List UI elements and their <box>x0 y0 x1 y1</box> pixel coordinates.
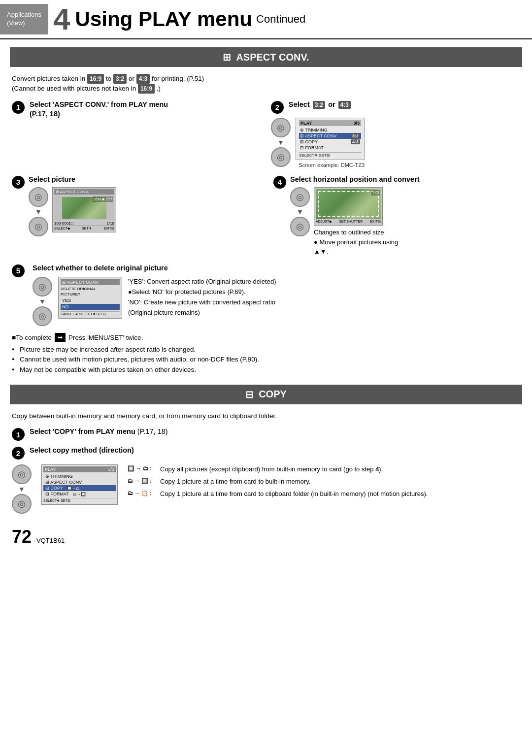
ctrl-arrow-5: ▼ <box>39 297 46 305</box>
step5-screen: ⊞ ASPECT CONV. DELETE ORIGINAL PICTURE? … <box>58 277 122 319</box>
step4-notes: Changes to outlined size ● Move portrait… <box>314 228 398 257</box>
step2-visual: ◎ ▼ ◎ PLAY3/3 ⊗ TRIMMING ⊞ ASPECT CONV.3… <box>271 118 520 168</box>
copy-desc-2: Copy 1 picture at a time from card to bu… <box>160 477 310 487</box>
menu-item-copy: ⊞ COPY4:3 <box>299 139 361 145</box>
bullet-dot: ● <box>314 238 318 246</box>
intro-line2: (Cannot be used with pictures not taken … <box>12 85 136 92</box>
step3-photo: 35M ■ 777 <box>54 196 114 220</box>
ctrl-arrow-4: ▼ <box>297 208 303 216</box>
ctrl-dial-4a: ◎ <box>290 187 310 207</box>
step-2: 2 Select 3:2 or 4:3 <box>271 100 520 114</box>
controller-step4: ◎ ▼ ◎ <box>290 187 310 236</box>
copy-step-2: 2 Select copy method (direction) <box>12 446 520 460</box>
badge-169: 16:9 <box>87 74 104 84</box>
step-4-text: Select horizontal position and convert <box>290 175 420 185</box>
to-complete-arrow: ➡ <box>55 333 66 342</box>
step2-badge-43: 4:3 <box>338 101 351 109</box>
step-1-subtext: (P.17, 18) <box>30 109 168 119</box>
steps-3-4-row: 3 Select picture ◎ ▼ ◎ ⊞ ASPECT CONV. <box>12 175 520 257</box>
step-5-number: 5 <box>12 264 25 277</box>
controller-step3: ◎ ▼ ◎ <box>29 187 48 236</box>
copy-ctrl-arrow: ▼ <box>18 485 25 493</box>
step2-badge-32: 3:2 <box>313 101 325 109</box>
copy-screen-footer: SELECT❖ SET⊟ <box>43 498 116 503</box>
copy-section-title: COPY <box>259 389 287 400</box>
badge-32: 3:2 <box>113 74 127 84</box>
step4-screen: 777 ADJUST◆SET:SHUTTEREXIT⊟ <box>314 187 383 226</box>
menu-footer: SELECT❖ SET⊟ <box>299 152 361 158</box>
no-protected-text: ●Select 'NO' for protected pictures (P.6… <box>128 287 276 297</box>
step-5-content: Select whether to delete original pictur… <box>33 263 520 327</box>
step-2-area: 2 Select 3:2 or 4:3 ◎ ▼ ◎ <box>271 100 520 168</box>
controller-step5: ◎ ▼ ◎ <box>33 277 52 326</box>
main-content: Convert pictures taken in 16:9 to 3:2 or… <box>0 74 532 375</box>
copy-step2-visual: ◎ ▼ ◎ PLAY3/3 ⊗ TRIMMING ⊞ ASPECT CONV. … <box>12 464 520 514</box>
page-header: Applications (View) 4 Using PLAY menu Co… <box>0 0 532 39</box>
step3-visual: ◎ ▼ ◎ ⊞ ASPECT CONV. 35M ■ 777 <box>29 187 116 236</box>
copy-screen: PLAY3/3 ⊗ TRIMMING ⊞ ASPECT CONV. ⊟ COPY… <box>41 464 118 505</box>
copy-ctrl-top: ◎ <box>12 464 32 484</box>
copy-step-2-number: 2 <box>12 447 25 460</box>
step3-screen-footer: SELECT◆SET▼EXIT⊟ <box>54 226 114 230</box>
ctrl-dial-5b: ◎ <box>33 306 52 326</box>
step-3-content: Select picture ◎ ▼ ◎ ⊞ ASPECT CONV. <box>29 175 116 237</box>
step3-screen-header: ⊞ ASPECT CONV. <box>54 189 114 195</box>
step-4-number: 4 <box>273 176 286 189</box>
bullet-2: Cannot be used with motion pictures, pic… <box>12 355 520 364</box>
to-complete-label: ■To complete <box>12 334 52 341</box>
copy-desc-1: Copy all pictures (except clipboard) fro… <box>160 464 383 475</box>
step5-visual: ◎ ▼ ◎ ⊞ ASPECT CONV. DELETE ORIGINAL PIC… <box>33 277 520 326</box>
applications-label: Applications <box>7 11 41 19</box>
option-no: NO <box>61 304 120 310</box>
step-2-text: Select 3:2 or 4:3 <box>289 100 352 110</box>
step-5-text: Select whether to delete original pictur… <box>33 263 520 273</box>
copy-step-1-number: 1 <box>12 428 25 441</box>
step4-visual: ◎ ▼ ◎ 777 <box>290 187 420 257</box>
to-complete-text: Press 'MENU/SET' twice. <box>68 334 143 341</box>
picture-label: PICTURE? <box>61 292 120 296</box>
step4-screen-footer: ADJUST◆SET:SHUTTEREXIT⊟ <box>316 219 381 224</box>
delete-label: DELETE ORIGINAL <box>61 287 120 291</box>
page-footer: 72 VQT1B61 <box>0 519 532 551</box>
ctrl-dial-3a: ◎ <box>29 187 48 207</box>
step-1: 1 Select 'ASPECT CONV.' from PLAY menu (… <box>12 100 261 168</box>
step2-screen-area: PLAY3/3 ⊗ TRIMMING ⊞ ASPECT CONV.3:2 ⊞ C… <box>296 118 365 168</box>
step2-screen: PLAY3/3 ⊗ TRIMMING ⊞ ASPECT CONV.3:2 ⊞ C… <box>296 118 365 160</box>
intro-or: or <box>129 75 134 82</box>
copy-item-format: ⊟ FORMAT🗂→🔲 <box>43 491 116 497</box>
step-3-number: 3 <box>12 176 25 189</box>
menu-item-trimming: ⊗ TRIMMING <box>299 127 361 133</box>
chapter-title: Using PLAY menu Continued <box>75 4 306 34</box>
copy-screen-header: PLAY3/3 <box>43 466 116 472</box>
step-5-row: 5 Select whether to delete original pict… <box>12 263 520 327</box>
aspect-conv-header: ⊞ ASPECT CONV. <box>10 47 522 67</box>
ctrl-dial-5a: ◎ <box>33 277 52 296</box>
copy-desc-3: Copy 1 picture at a time from card to cl… <box>160 489 428 499</box>
copy-option-1: 🔲 → 🗂 : Copy all pictures (except clipbo… <box>128 464 428 475</box>
copy-step-1: 1 Select 'COPY' from PLAY menu (P.17, 18… <box>12 427 520 441</box>
intro-to: to <box>106 75 111 82</box>
copy-ctrl-bottom: ◎ <box>12 494 32 514</box>
ctrl-dial-top: ◎ <box>271 118 291 137</box>
step4-photo: 777 <box>316 189 381 219</box>
copy-item-copy: ⊟ COPY🔲→🗂 <box>43 485 116 491</box>
no-option-sub: (Original picture remains) <box>128 308 276 318</box>
badge-43: 4:3 <box>136 74 150 84</box>
crop-outline <box>318 191 379 217</box>
photo-badge: 35M ■ 777 <box>93 197 113 202</box>
copy-section-icon: ⊟ <box>245 389 254 400</box>
step5-screen-header: ⊞ ASPECT CONV. <box>61 279 120 285</box>
copy-sym-2: 🗂 → 🔲 : <box>128 477 157 486</box>
step-3-area: 3 Select picture ◎ ▼ ◎ ⊞ ASPECT CONV. <box>12 175 259 237</box>
step-4-area: 4 Select horizontal position and convert… <box>273 175 520 257</box>
option-yes: YES <box>61 297 120 303</box>
copy-option-3: 🗂 → 📋 : Copy 1 picture at a time from ca… <box>128 489 428 499</box>
step3-screen: ⊞ ASPECT CONV. 35M ■ 777 100-0001□1/19 S… <box>52 187 116 232</box>
menu-item-format: ⊟ FORMAT <box>299 145 361 151</box>
intro-end: for printing. (P.51) <box>152 75 204 82</box>
step-2-number: 2 <box>271 101 284 114</box>
controller-step2: ◎ ▼ ◎ <box>271 118 291 167</box>
step4-badge: 777 <box>371 190 380 196</box>
copy-step-2-text: Select copy method (direction) <box>30 446 134 456</box>
menu-item-aspect: ⊞ ASPECT CONV.3:2 <box>299 133 361 139</box>
